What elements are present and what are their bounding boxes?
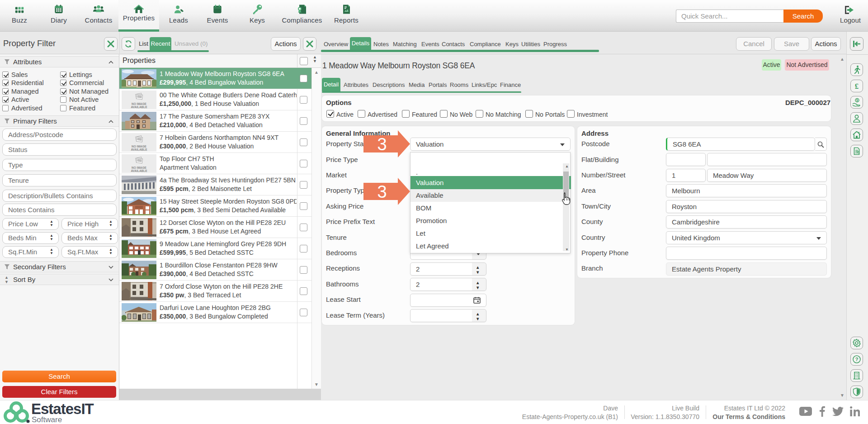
svg-text:?: ? (855, 357, 859, 362)
svg-text:3: 3 (377, 182, 387, 201)
svg-text:£: £ (855, 82, 859, 90)
svg-text:3: 3 (377, 135, 387, 154)
svg-text:$: $ (856, 99, 858, 102)
